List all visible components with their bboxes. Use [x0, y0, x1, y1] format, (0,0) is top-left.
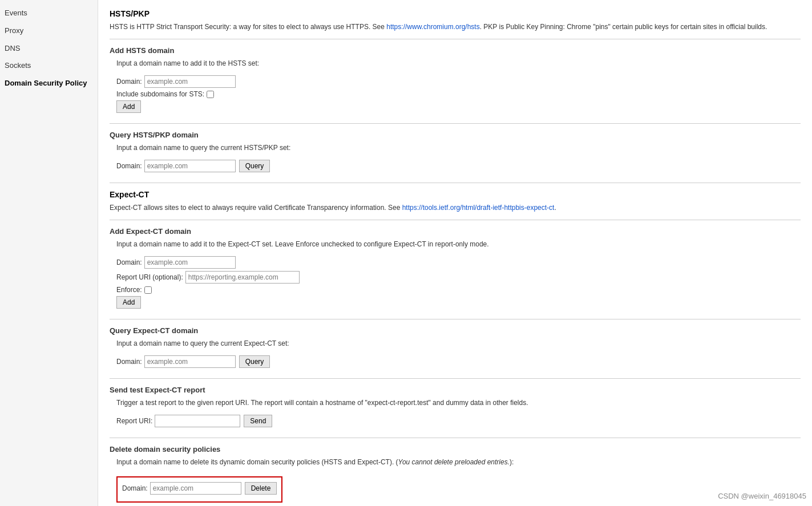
delete-instruction-italic: You cannot delete preloaded entries. — [398, 458, 510, 466]
add-expect-ct-enforce-label: Enforce: — [116, 286, 142, 294]
delete-section: Delete domain security policies Input a … — [110, 445, 801, 503]
add-expect-ct-button[interactable]: Add — [116, 296, 141, 309]
query-hsts-section: Query HSTS/PKP domain Input a domain nam… — [110, 131, 801, 172]
add-expect-ct-indented: Input a domain name to add it to the Exp… — [110, 239, 801, 309]
add-hsts-checkbox-label: Include subdomains for STS: — [116, 90, 204, 98]
add-hsts-instruction: Input a domain name to add it to the HST… — [116, 58, 801, 68]
hsts-pkp-title: HSTS/PKP — [110, 9, 801, 18]
query-hsts-indented: Input a domain name to query the current… — [110, 143, 801, 172]
add-expect-ct-enforce-row: Enforce: — [116, 286, 801, 294]
delete-title: Delete domain security policies — [110, 445, 801, 454]
add-expect-ct-report-uri-row: Report URI (optional): — [116, 271, 801, 284]
add-hsts-domain-input[interactable] — [144, 75, 236, 88]
delete-instruction: Input a domain name to delete its dynami… — [116, 457, 801, 467]
add-expect-ct-domain-row: Domain: — [116, 256, 801, 269]
send-test-report-uri-row: Report URI: Send — [116, 415, 801, 427]
add-expect-ct-domain-label: Domain: — [116, 258, 142, 266]
add-hsts-section: Add HSTS domain Input a domain name to a… — [110, 46, 801, 113]
expect-ct-desc-text2: . — [554, 204, 556, 212]
divider-7 — [110, 438, 801, 438]
hsts-pkp-desc-text1: HSTS is HTTP Strict Transport Security: … — [110, 23, 386, 31]
query-hsts-instruction: Input a domain name to query the current… — [116, 143, 801, 153]
send-test-title: Send test Expect-CT report — [110, 386, 801, 394]
query-expect-ct-title: Query Expect-CT domain — [110, 326, 801, 335]
divider-1 — [110, 39, 801, 39]
query-hsts-button[interactable]: Query — [239, 160, 270, 172]
delete-highlighted-area: Domain: Delete — [116, 476, 282, 503]
add-hsts-domain-row: Domain: — [116, 75, 801, 88]
expect-ct-desc: Expect-CT allows sites to elect to alway… — [110, 203, 801, 213]
delete-instruction-text1: Input a domain name to delete its dynami… — [116, 458, 398, 466]
sidebar: Events Proxy DNS Sockets Domain Security… — [0, 0, 98, 506]
sidebar-item-sockets[interactable]: Sockets — [0, 57, 98, 75]
hsts-link[interactable]: https://www.chromium.org/hsts — [386, 23, 479, 31]
divider-4 — [110, 220, 801, 220]
query-expect-ct-button[interactable]: Query — [239, 355, 270, 368]
add-hsts-domain-label: Domain: — [116, 78, 142, 86]
hsts-pkp-desc-text2: . PKP is Public Key Pinning: Chrome "pin… — [480, 23, 767, 31]
add-expect-ct-section: Add Expect-CT domain Input a domain name… — [110, 227, 801, 309]
expect-ct-desc-text1: Expect-CT allows sites to elect to alway… — [110, 204, 402, 212]
add-hsts-button[interactable]: Add — [116, 100, 141, 113]
sidebar-item-domain-security-policy[interactable]: Domain Security Policy — [0, 75, 98, 92]
sidebar-item-proxy[interactable]: Proxy — [0, 22, 98, 40]
add-expect-ct-instruction: Input a domain name to add it to the Exp… — [116, 239, 801, 249]
divider-3 — [110, 183, 801, 183]
divider-2 — [110, 123, 801, 124]
main-content: HSTS/PKP HSTS is HTTP Strict Transport S… — [98, 0, 812, 506]
delete-domain-label: Domain: — [122, 484, 148, 492]
delete-indented: Input a domain name to delete its dynami… — [110, 457, 801, 503]
query-expect-ct-domain-label: Domain: — [116, 358, 142, 366]
add-expect-ct-title: Add Expect-CT domain — [110, 227, 801, 236]
query-hsts-title: Query HSTS/PKP domain — [110, 131, 801, 139]
add-hsts-checkbox-row: Include subdomains for STS: — [116, 90, 801, 98]
query-expect-ct-indented: Input a domain name to query the current… — [110, 338, 801, 368]
sidebar-item-dns[interactable]: DNS — [0, 40, 98, 58]
add-hsts-subdomains-checkbox[interactable] — [207, 91, 214, 98]
query-expect-ct-section: Query Expect-CT domain Input a domain na… — [110, 326, 801, 368]
send-test-section: Send test Expect-CT report Trigger a tes… — [110, 386, 801, 427]
divider-5 — [110, 319, 801, 319]
query-hsts-domain-input[interactable] — [144, 160, 236, 172]
expect-ct-title: Expect-CT — [110, 190, 801, 199]
add-hsts-title: Add HSTS domain — [110, 46, 801, 55]
send-test-button[interactable]: Send — [244, 415, 272, 427]
hsts-pkp-desc: HSTS is HTTP Strict Transport Security: … — [110, 22, 801, 32]
send-test-indented: Trigger a test report to the given repor… — [110, 398, 801, 427]
send-test-report-uri-input[interactable] — [155, 415, 240, 427]
send-test-report-uri-label: Report URI: — [116, 417, 152, 425]
add-hsts-indented: Input a domain name to add it to the HST… — [110, 58, 801, 113]
query-hsts-domain-row: Domain: Query — [116, 160, 801, 172]
query-expect-ct-domain-input[interactable] — [144, 355, 236, 368]
add-expect-ct-enforce-checkbox[interactable] — [144, 286, 152, 294]
delete-domain-input[interactable] — [150, 482, 241, 495]
sidebar-item-events[interactable]: Events — [0, 5, 98, 22]
delete-button[interactable]: Delete — [245, 482, 277, 495]
delete-domain-row: Domain: Delete — [122, 482, 277, 495]
add-expect-ct-report-uri-label: Report URI (optional): — [116, 273, 183, 281]
query-hsts-domain-label: Domain: — [116, 162, 142, 170]
watermark: CSDN @weixin_46918045 — [718, 492, 806, 500]
send-test-instruction: Trigger a test report to the given repor… — [116, 398, 801, 408]
add-expect-ct-report-uri-input[interactable] — [185, 271, 300, 284]
divider-6 — [110, 378, 801, 379]
delete-instruction-text2: ): — [510, 458, 514, 466]
expect-ct-link[interactable]: https://tools.ietf.org/html/draft-ietf-h… — [402, 204, 555, 212]
query-expect-ct-instruction: Input a domain name to query the current… — [116, 338, 801, 349]
query-expect-ct-domain-row: Domain: Query — [116, 355, 801, 368]
add-expect-ct-domain-input[interactable] — [144, 256, 236, 269]
